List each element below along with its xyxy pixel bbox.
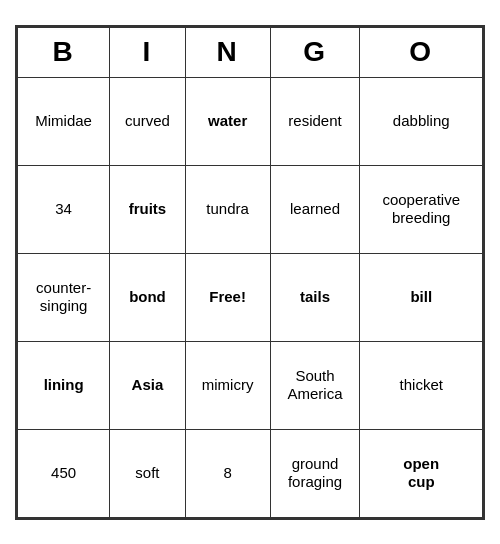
bingo-cell-2-3: tails [270,253,360,341]
bingo-header-row: B I N G O [18,27,483,77]
bingo-card: B I N G O Mimidaecurvedwaterresidentdabb… [15,25,485,520]
bingo-cell-1-0: 34 [18,165,110,253]
header-b: B [18,27,110,77]
bingo-cell-3-3: SouthAmerica [270,341,360,429]
bingo-cell-3-4: thicket [360,341,483,429]
header-i: I [110,27,185,77]
bingo-cell-0-0: Mimidae [18,77,110,165]
bingo-cell-1-4: cooperativebreeding [360,165,483,253]
bingo-cell-2-0: counter-singing [18,253,110,341]
bingo-cell-3-0: lining [18,341,110,429]
bingo-row-2: counter-singingbondFree!tailsbill [18,253,483,341]
bingo-row-4: 450soft8groundforagingopencup [18,429,483,517]
bingo-cell-0-2: water [185,77,270,165]
header-g: G [270,27,360,77]
bingo-cell-0-3: resident [270,77,360,165]
bingo-cell-0-1: curved [110,77,185,165]
bingo-cell-4-3: groundforaging [270,429,360,517]
bingo-row-0: Mimidaecurvedwaterresidentdabbling [18,77,483,165]
bingo-row-1: 34fruitstundralearnedcooperativebreeding [18,165,483,253]
bingo-cell-3-1: Asia [110,341,185,429]
bingo-cell-2-2: Free! [185,253,270,341]
bingo-cell-0-4: dabbling [360,77,483,165]
bingo-cell-1-1: fruits [110,165,185,253]
bingo-row-3: liningAsiamimicrySouthAmericathicket [18,341,483,429]
bingo-cell-1-2: tundra [185,165,270,253]
bingo-cell-2-4: bill [360,253,483,341]
bingo-cell-4-1: soft [110,429,185,517]
header-o: O [360,27,483,77]
header-n: N [185,27,270,77]
bingo-cell-4-0: 450 [18,429,110,517]
bingo-cell-4-2: 8 [185,429,270,517]
bingo-cell-1-3: learned [270,165,360,253]
bingo-cell-2-1: bond [110,253,185,341]
bingo-cell-3-2: mimicry [185,341,270,429]
bingo-cell-4-4: opencup [360,429,483,517]
